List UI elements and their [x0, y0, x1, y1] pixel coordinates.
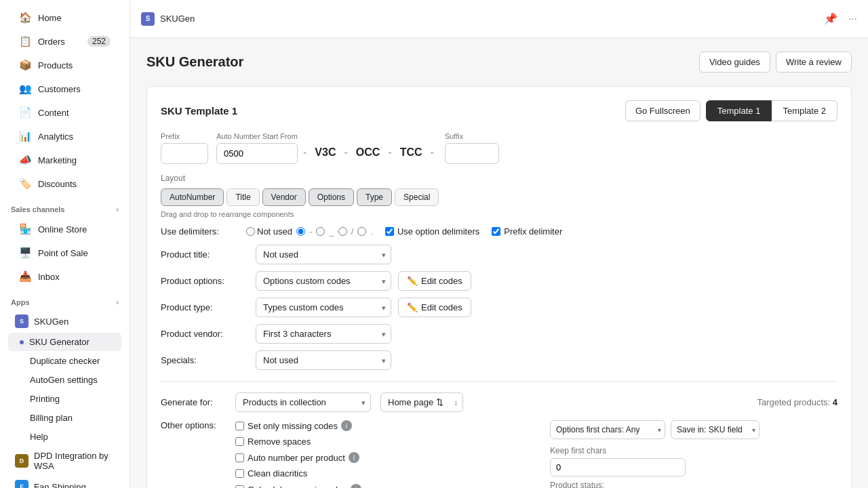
only-alphanumeric-label[interactable]: Only alphanumeric codes i: [235, 484, 523, 488]
product-options-edit-codes-button[interactable]: ✏️ Edit codes: [398, 271, 471, 291]
product-type-edit-codes-button[interactable]: ✏️ Edit codes: [398, 298, 471, 317]
generate-for-select[interactable]: Products in collection: [235, 392, 371, 412]
product-title-select[interactable]: Not used: [256, 245, 391, 264]
layout-tag-title[interactable]: Title: [226, 188, 259, 206]
online-store-icon: 🏪: [19, 223, 31, 235]
keep-first-chars-input[interactable]: [550, 458, 686, 476]
sidebar-item-products[interactable]: 📦 Products: [8, 54, 121, 77]
clean-diacritics-checkbox[interactable]: [235, 469, 244, 478]
set-only-missing-label[interactable]: Set only missing codes i: [235, 420, 523, 431]
use-option-delimiters-input[interactable]: [385, 227, 394, 236]
collection-select-wrap: Home page ⇅ ↕: [380, 392, 463, 412]
options-first-chars-select[interactable]: Options first chars: Any: [550, 420, 665, 439]
sidebar-item-sku-generator[interactable]: SKU Generator: [8, 333, 121, 351]
prefix-delimiter-checkbox[interactable]: Prefix delimiter: [492, 226, 562, 237]
sidebar-item-dpd[interactable]: D DPD Integration by WSA: [8, 447, 121, 475]
sidebar-item-help[interactable]: Help: [8, 428, 121, 446]
collection-select[interactable]: Home page ⇅: [380, 392, 463, 412]
layout-tags: AutoNumber Title Vendor Options Type Spe…: [161, 188, 837, 206]
underscore-option: _: [329, 226, 334, 237]
dash-separator-3: -: [382, 146, 397, 164]
other-options-label: Other options:: [161, 420, 229, 430]
sku-fields-row: Prefix Auto Number Start From - V3C - OC…: [161, 132, 837, 164]
use-option-delimiters-checkbox[interactable]: Use option delimiters: [385, 226, 479, 237]
only-alphanumeric-info-icon: i: [351, 484, 361, 488]
auto-number-per-product-label[interactable]: Auto number per product i: [235, 452, 523, 463]
page-header: SKU Generator Video guides Write a revie…: [146, 52, 852, 73]
sidebar-item-customers[interactable]: 👥 Customers: [8, 77, 121, 100]
orders-badge: 252: [87, 36, 111, 47]
divider-1: [161, 381, 837, 382]
auto-number-input[interactable]: [216, 143, 298, 164]
delimiter-circle2-radio[interactable]: [338, 227, 347, 236]
product-vendor-select[interactable]: First 3 characters: [256, 324, 391, 344]
prefix-label: Prefix: [161, 132, 208, 140]
remove-spaces-label[interactable]: Remove spaces: [235, 436, 523, 447]
suffix-input[interactable]: [445, 143, 499, 164]
sales-channels-expand-icon[interactable]: ›: [116, 204, 119, 214]
set-only-missing-checkbox[interactable]: [235, 422, 244, 430]
generate-for-row: Generate for: Products in collection Hom…: [161, 392, 837, 412]
auto-number-per-product-checkbox[interactable]: [235, 453, 244, 462]
product-type-select[interactable]: Types custom codes: [256, 298, 391, 317]
delimiter-dot-radio[interactable]: [296, 227, 305, 236]
delimiter-dot-selected[interactable]: [296, 227, 305, 236]
sidebar-item-home[interactable]: 🏠 Home: [8, 6, 121, 29]
prefix-delimiter-input[interactable]: [492, 227, 500, 236]
layout-tag-options[interactable]: Options: [309, 188, 354, 206]
sidebar-item-analytics[interactable]: 📊 Analytics: [8, 125, 121, 148]
more-options-icon[interactable]: ···: [848, 13, 857, 25]
suffix-label: Suffix: [445, 132, 499, 140]
delimiter-circle[interactable]: [316, 227, 325, 236]
sales-channels-label: Sales channels: [11, 205, 65, 214]
product-title-label: Product title:: [161, 249, 249, 260]
targeted-info: Targeted products: 4: [757, 397, 837, 407]
sidebar-item-inbox[interactable]: 📥 Inbox: [8, 265, 121, 288]
layout-tag-special[interactable]: Special: [395, 188, 439, 206]
skugen-app-icon: S: [15, 314, 28, 328]
sidebar-item-billing-plan[interactable]: Billing plan: [8, 409, 121, 427]
sidebar-item-discounts[interactable]: 🏷️ Discounts: [8, 172, 121, 195]
sidebar-item-point-of-sale[interactable]: 🖥️ Point of Sale: [8, 241, 121, 264]
sidebar-item-fan-shipping[interactable]: F Fan Shipping: [8, 476, 121, 488]
sidebar-item-autogen-settings[interactable]: AutoGen settings: [8, 371, 121, 389]
delimiter-circle3-radio[interactable]: [357, 227, 366, 236]
delimiter-circle-radio[interactable]: [316, 227, 325, 236]
sidebar-item-printing[interactable]: Printing: [8, 390, 121, 408]
delimiter-circle2[interactable]: [338, 227, 347, 236]
only-alphanumeric-checkbox[interactable]: [235, 485, 244, 489]
template-btn-group: Template 1 Template 2: [706, 100, 837, 121]
pin-icon[interactable]: 📌: [824, 12, 837, 25]
sidebar-item-orders[interactable]: 📋 Orders 252: [8, 30, 121, 53]
other-options-row: Other options: Set only missing codes i …: [161, 420, 837, 488]
sidebar: 🏠 Home 📋 Orders 252 📦 Products 👥 Custome…: [0, 0, 130, 488]
prefix-input[interactable]: [161, 143, 208, 164]
delimiter-not-used[interactable]: Not used: [246, 226, 292, 237]
delimiter-not-used-radio[interactable]: [246, 227, 255, 236]
product-options-select[interactable]: Options custom codes: [256, 271, 391, 291]
layout-tag-autonumber[interactable]: AutoNumber: [161, 188, 224, 206]
sidebar-item-skugen[interactable]: S SKUGen: [8, 310, 121, 332]
clean-diacritics-label[interactable]: Clean diacritics: [235, 468, 523, 479]
sidebar-item-content[interactable]: 📄 Content: [8, 101, 121, 124]
delimiter-circle3[interactable]: [357, 227, 366, 236]
pos-icon: 🖥️: [19, 247, 31, 259]
write-review-button[interactable]: Write a review: [776, 52, 852, 73]
template1-button[interactable]: Template 1: [706, 100, 772, 121]
sidebar-item-marketing[interactable]: 📣 Marketing: [8, 148, 121, 171]
options-first-chars-row: Options first chars: Any Save in: SKU fi…: [550, 420, 837, 439]
sidebar-item-duplicate-checker[interactable]: Duplicate checker: [8, 352, 121, 370]
apps-expand-icon[interactable]: ›: [116, 297, 119, 307]
video-guides-button[interactable]: Video guides: [699, 52, 770, 73]
layout-tag-type[interactable]: Type: [357, 188, 392, 206]
page-title: SKU Generator: [146, 54, 699, 70]
go-fullscreen-button[interactable]: Go Fullscreen: [625, 100, 701, 121]
layout-tag-vendor[interactable]: Vendor: [262, 188, 306, 206]
specials-select[interactable]: Not used: [256, 350, 391, 370]
keep-first-chars-label: Keep first chars: [550, 446, 837, 455]
remove-spaces-checkbox[interactable]: [235, 437, 244, 446]
dash-separator-4: -: [425, 146, 439, 164]
template2-button[interactable]: Template 2: [772, 100, 837, 121]
sidebar-item-online-store[interactable]: 🏪 Online Store: [8, 218, 121, 241]
save-in-select[interactable]: Save in: SKU field: [671, 420, 760, 439]
